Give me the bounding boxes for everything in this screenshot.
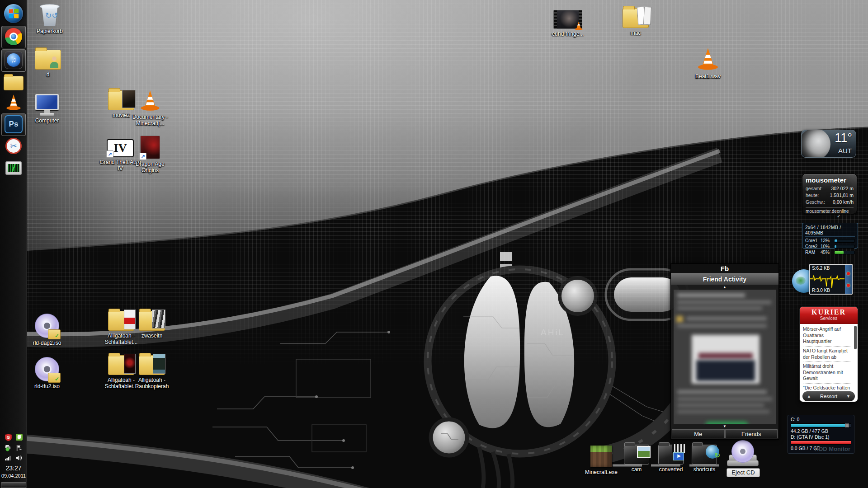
recycle-bin-icon: ↻↺ xyxy=(39,3,60,26)
vlc-cone-icon xyxy=(138,89,162,112)
ressort-next-button[interactable]: ▼ xyxy=(846,394,850,399)
drive-d-bar xyxy=(791,441,851,445)
dark-folder-video-icon: ▶ xyxy=(658,445,684,465)
weather-location: AUT xyxy=(838,147,852,155)
folder-album-dark-icon xyxy=(108,355,134,375)
dark-folder-globe-icon: ↻ xyxy=(692,445,717,465)
facebook-gadget[interactable]: Fb Friend Activity ▲ ▼ Me Friends xyxy=(670,263,779,440)
drive-c-usage: 44.2 GB / 477 GB xyxy=(791,428,851,434)
desktop-icon-d[interactable]: d xyxy=(27,50,69,78)
kurier-subtitle: Services xyxy=(800,316,858,321)
desktop-icon-rld-dag2-iso[interactable]: rld-dag2.iso xyxy=(26,314,68,346)
snipping-tool-icon: ✂ xyxy=(5,138,22,154)
scroll-down-arrow[interactable]: ▼ xyxy=(671,424,778,429)
desktop-icon-euhd-fringe[interactable]: euhd-fringe... xyxy=(547,10,589,37)
drive-c-knob xyxy=(845,423,849,427)
desktop-icon-papierkorb[interactable]: ↻↺ Papierkorb xyxy=(29,3,71,34)
desktop-icon-dragon-age[interactable]: ↗ Dragon Age Origins xyxy=(129,136,171,174)
desktop-icon-zwaseitn[interactable]: zwaseitn xyxy=(131,311,173,339)
desktop-icon-label: Minecraft.exe xyxy=(585,469,618,475)
cpu-core2-bar xyxy=(834,245,855,249)
desktop-icon-rld-tfu2-iso[interactable]: rld-tfu2.iso xyxy=(26,357,68,389)
kurier-news-gadget[interactable]: KURIER Services Mörser-Angriff auf Ouatt… xyxy=(799,306,858,402)
dragon-age-shortcut-icon: ↗ xyxy=(140,136,160,159)
network-received-label: R:3.0 KB xyxy=(812,288,830,293)
desktop: AHiL xyxy=(0,0,868,488)
desktop-icon-label: euhd-fringe... xyxy=(552,31,584,37)
taskbar-item-explorer[interactable] xyxy=(0,76,27,90)
ressort-label: Ressort xyxy=(820,394,837,399)
mousometer-row: heute: 1.581,81 m xyxy=(806,192,854,199)
taskbar-item-resource-monitor[interactable] xyxy=(0,161,27,175)
desktop-icon-alligatoah-raubkopierah[interactable]: Alligatoah - Raubkopierah xyxy=(131,355,173,390)
facebook-gadget-logo: Fb xyxy=(671,264,778,273)
mousometer-row: gesamt: 302.022 m xyxy=(806,185,854,192)
desktop-icon-label: Documentary - Minecraft[... xyxy=(129,114,171,127)
kurier-ressort-bar[interactable]: ▲ Ressort ▼ xyxy=(802,391,855,401)
itunes-icon: ♫ xyxy=(5,51,23,69)
eject-cd-button[interactable]: Eject CD xyxy=(726,468,760,477)
taskbar-item-vlc[interactable] xyxy=(0,93,27,111)
desktop-icon-label: shortcuts xyxy=(693,466,716,473)
weather-temperature: 11° xyxy=(835,131,852,145)
taskbar-item-snipping-tool[interactable]: ✂ xyxy=(0,138,27,154)
tab-me[interactable]: Me xyxy=(672,429,725,438)
desktop-icon-computer[interactable]: Computer xyxy=(26,94,68,124)
desktop-icon-label: Papierkorb xyxy=(37,28,63,34)
network-signal-icon[interactable] xyxy=(5,455,12,461)
news-item[interactable]: Militärrat droht Demonstranten mit Gewal… xyxy=(803,362,852,384)
news-item[interactable]: NATO fängt Kampfjet der Rebellen ab xyxy=(803,347,852,362)
desktop-icon-shortcuts[interactable]: ↻ shortcuts xyxy=(684,445,725,473)
disc-image-icon xyxy=(35,314,59,338)
facebook-gadget-title: Friend Activity xyxy=(671,273,778,285)
taskbar-item-chrome[interactable] xyxy=(0,28,27,45)
hdd-monitor-gadget[interactable]: C: 0 44.2 GB / 477 GB D: (GTA IV Disc 1)… xyxy=(788,415,854,454)
network-side-strip xyxy=(845,265,852,294)
mousometer-row: Geschw.: 0,00 km/h xyxy=(806,199,854,206)
person-badge xyxy=(50,56,59,68)
language-flag-icon[interactable] xyxy=(16,445,23,451)
ressort-prev-button[interactable]: ▲ xyxy=(807,394,811,399)
network-meter-gadget[interactable]: S:6.2 KB R:3.0 KB xyxy=(792,264,855,298)
taskbar-item-itunes[interactable]: ♫ xyxy=(0,51,27,69)
cpu-meter-gadget[interactable]: 2x64 / 1842MB / 4095MB Core1 13% Core2 1… xyxy=(802,223,858,249)
evernote-icon[interactable] xyxy=(16,434,23,441)
desktop-icon-mac[interactable]: mac xyxy=(615,8,656,36)
desktop-icon-label: Dragon Age Origins xyxy=(129,161,171,174)
facebook-tabs: Me Friends xyxy=(671,429,778,439)
scroll-up-arrow[interactable]: ▲ xyxy=(671,285,778,290)
video-file-icon xyxy=(553,10,582,29)
desktop-icon-eject-cd[interactable]: Eject CD xyxy=(722,440,764,477)
tray-clock[interactable]: 23:27 xyxy=(0,465,27,472)
ram-row: RAM 45% xyxy=(805,249,855,255)
show-desktop-button[interactable] xyxy=(1,482,26,488)
vlc-badge-icon xyxy=(574,21,584,31)
start-button[interactable] xyxy=(0,4,27,23)
kurier-scrollbar[interactable] xyxy=(854,326,857,349)
tab-friends[interactable]: Friends xyxy=(725,429,778,438)
mounted-folder-badge xyxy=(48,329,61,339)
tray-date[interactable]: 09.04.2011 xyxy=(0,473,27,479)
volume-icon[interactable] xyxy=(16,455,23,461)
news-item[interactable]: Mörser-Angriff auf Ouattaras Hauptquarti… xyxy=(803,325,852,347)
dark-folder-photo-icon xyxy=(624,445,649,465)
computer-icon xyxy=(34,94,60,116)
shortcut-arrow-badge: ↗ xyxy=(106,150,113,158)
windows-logo-panes xyxy=(9,9,19,19)
desktop-icon-beat1-wav[interactable]: Beat1.wav xyxy=(687,46,729,80)
hdd-monitor-title: HDD Monitor xyxy=(815,446,850,452)
news-item[interactable]: "Die Geldsäcke hätten eine halbe xyxy=(803,384,852,391)
desktop-icon-label: rld-dag2.iso xyxy=(33,340,61,346)
photoshop-icon: Ps xyxy=(5,115,23,133)
gdata-antivirus-icon[interactable]: G xyxy=(5,434,12,441)
network-led xyxy=(847,272,850,275)
mousometer-gadget[interactable]: mousometer gesamt: 302.022 m heute: 1.58… xyxy=(802,174,857,214)
weather-gadget[interactable]: 11° AUT xyxy=(801,130,856,158)
taskbar-item-photoshop[interactable]: Ps xyxy=(0,115,27,133)
desktop-icon-documentary-minecraft[interactable]: Documentary - Minecraft[... xyxy=(129,89,171,127)
moon-icon xyxy=(801,130,830,158)
action-center-icon[interactable] xyxy=(5,445,12,451)
folder-album-red-icon xyxy=(108,311,134,331)
drive-c-bar xyxy=(791,423,851,427)
chrome-icon xyxy=(5,28,22,45)
